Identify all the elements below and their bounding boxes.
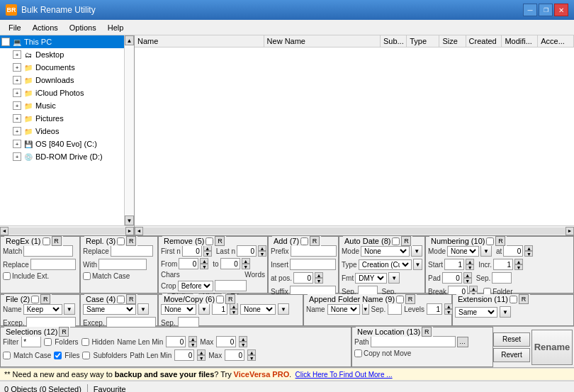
last-n-down[interactable]: ▼ (258, 251, 266, 257)
start-down[interactable]: ▼ (466, 264, 474, 270)
autodate-r-btn[interactable]: R (401, 236, 411, 246)
appendfolder-r-btn[interactable]: R (405, 294, 415, 304)
numb-sep-input[interactable] (492, 272, 512, 284)
insert-input[interactable] (290, 259, 336, 270)
tree-item-music[interactable]: + 📁 Music (0, 99, 124, 112)
pad-input[interactable] (442, 272, 462, 284)
case-enable[interactable] (117, 296, 125, 303)
autodate-mode-btn[interactable]: ▼ (411, 245, 422, 257)
tree-scrollbar[interactable]: ▲ ▼ (124, 35, 134, 225)
last-n-input[interactable] (237, 245, 257, 257)
file-h-scroll[interactable]: ◄ ► (135, 225, 574, 235)
ad-link[interactable]: Click Here To Find Out More ... (296, 371, 393, 379)
movecopy-up[interactable]: ▲ (230, 303, 238, 309)
col-size[interactable]: Size (439, 35, 466, 47)
tree-item-pictures[interactable]: + 📁 Pictures (0, 112, 124, 125)
break-up[interactable]: ▲ (469, 286, 478, 291)
autodate-fmt-select[interactable]: DMY (355, 273, 387, 284)
movecopy-down[interactable]: ▼ (230, 309, 238, 315)
movecopy-select2[interactable]: None (240, 304, 276, 315)
prefix-input[interactable] (291, 245, 337, 257)
to-down[interactable]: ▼ (242, 264, 250, 269)
remove-r-btn[interactable]: R (215, 236, 225, 246)
first-n-down[interactable]: ▼ (203, 251, 212, 257)
crop-input[interactable] (215, 280, 247, 291)
col-modified[interactable]: Modifi... (502, 35, 538, 47)
scroll-down[interactable]: ▼ (125, 215, 134, 225)
folders-check[interactable] (44, 338, 52, 346)
match-case-check[interactable] (83, 272, 91, 280)
scroll-left[interactable]: ◄ (0, 227, 9, 235)
expand-icloud[interactable]: + (13, 89, 21, 97)
autodate-type-btn[interactable]: ▼ (413, 259, 422, 270)
numbering-enable[interactable] (486, 237, 494, 245)
pad-down[interactable]: ▼ (463, 278, 472, 284)
tree-item-videos[interactable]: + 📁 Videos (0, 125, 124, 138)
incr-up[interactable]: ▲ (514, 259, 523, 264)
nlm-down[interactable]: ▼ (188, 342, 197, 347)
expand-downloads[interactable]: + (13, 76, 21, 84)
plm-up[interactable]: ▲ (197, 349, 206, 355)
tree-item-bdrom[interactable]: + 💿 BD-ROM Drive (D:) (0, 150, 124, 163)
col-name[interactable]: Name (135, 35, 264, 47)
expand-pictures[interactable]: + (13, 114, 21, 123)
case-select[interactable]: Same (83, 304, 136, 315)
close-button[interactable]: ✕ (554, 4, 568, 16)
autodate-fmt-btn[interactable]: ▼ (388, 272, 400, 284)
expand-bdrom[interactable]: + (13, 152, 21, 161)
hidden-check[interactable] (81, 338, 89, 346)
restore-button[interactable]: ❐ (539, 4, 553, 16)
path-len-min-input[interactable] (174, 349, 194, 361)
replace-enable[interactable] (117, 237, 125, 245)
tree-item-os[interactable]: + 💾 OS [840 Evo] (C:) (0, 138, 124, 150)
path-input[interactable] (371, 336, 456, 347)
path-browse-btn[interactable]: … (457, 337, 468, 347)
to-up[interactable]: ▲ (242, 258, 250, 264)
col-created[interactable]: Created (466, 35, 502, 47)
scroll-right[interactable]: ► (125, 227, 134, 235)
case-r-btn[interactable]: R (126, 294, 136, 304)
from-up[interactable]: ▲ (200, 258, 208, 264)
col-accessed[interactable]: Acce... (538, 35, 574, 47)
menu-actions[interactable]: Actions (27, 22, 64, 33)
name-len-min-input[interactable] (166, 336, 186, 347)
include-ext-check[interactable] (3, 272, 11, 280)
tree-item-downloads[interactable]: + 📁 Downloads (0, 74, 124, 86)
regex-enable[interactable] (43, 237, 50, 245)
scroll-up[interactable]: ▲ (125, 35, 134, 45)
file-scroll-right[interactable]: ► (565, 227, 574, 235)
tree-item-desktop[interactable]: + 🗂 Desktop (0, 48, 124, 61)
expand-desktop[interactable]: + (13, 50, 21, 59)
incr-input[interactable] (493, 259, 513, 270)
regex-r-btn[interactable]: R (52, 236, 62, 246)
replace-replace-input[interactable] (111, 245, 153, 257)
col-sub[interactable]: Sub... (381, 35, 407, 47)
filter-input[interactable] (21, 336, 41, 347)
path-max-input[interactable] (225, 349, 244, 361)
levels-input[interactable] (427, 303, 442, 315)
crop-select[interactable]: BeforeAfter (178, 281, 213, 291)
reset-button[interactable]: Reset (493, 332, 530, 347)
col-type[interactable]: Type (407, 35, 439, 47)
remove-enable[interactable] (206, 237, 213, 245)
plm-down[interactable]: ▼ (197, 355, 206, 361)
file-name-select[interactable]: Keep (23, 304, 62, 315)
file-r-btn[interactable]: R (40, 294, 50, 304)
expand-videos[interactable]: + (13, 127, 21, 135)
autodate-type-select[interactable]: Creation (Cur... (359, 259, 412, 270)
at-input[interactable] (503, 245, 523, 257)
from-down[interactable]: ▼ (200, 264, 208, 269)
subfolders-check[interactable] (82, 352, 90, 359)
tree-item-icloud[interactable]: + 📁 iCloud Photos (0, 86, 124, 99)
expand-documents[interactable]: + (13, 63, 21, 72)
numbering-mode-select[interactable]: None (447, 246, 479, 257)
extension-btn[interactable]: ▼ (500, 306, 511, 318)
movecopy-enable[interactable] (216, 296, 224, 303)
last-n-up[interactable]: ▲ (258, 245, 266, 251)
tree-item-documents[interactable]: + 📁 Documents (0, 61, 124, 74)
movecopy-btn1[interactable]: ▼ (198, 303, 210, 315)
col-newname[interactable]: New Name (264, 35, 381, 47)
at-up[interactable]: ▲ (524, 245, 533, 251)
first-n-input[interactable] (182, 245, 202, 257)
extension-enable[interactable] (510, 296, 517, 303)
